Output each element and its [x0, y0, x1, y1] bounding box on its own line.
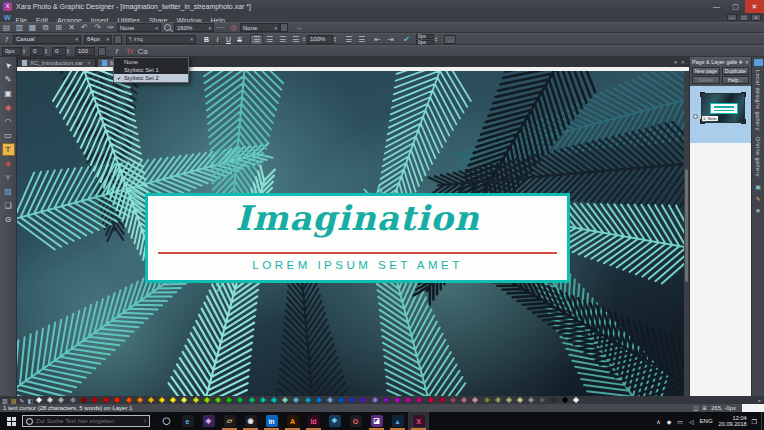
color-swatch[interactable] — [360, 397, 367, 404]
text-frame[interactable]: Imagination LOREM IPSUM SET AMET — [145, 193, 570, 283]
kerning-field[interactable]: 0 — [30, 47, 44, 56]
delete-button[interactable]: Delete — [692, 76, 720, 84]
color-swatch[interactable] — [237, 397, 244, 404]
defender-icon[interactable]: ◆ — [667, 418, 672, 425]
text-tool[interactable]: T — [2, 143, 15, 156]
color-swatch[interactable] — [405, 397, 412, 404]
new-page-button[interactable]: New page — [692, 67, 720, 75]
aspect-lock-button[interactable] — [98, 47, 106, 56]
app-indesign[interactable]: Id — [303, 412, 324, 430]
pen-tool[interactable]: ✎ — [2, 73, 15, 86]
color-swatch[interactable] — [528, 397, 535, 404]
app-photos[interactable]: ❖ — [324, 412, 345, 430]
color-swatch[interactable] — [327, 397, 334, 404]
tab-xc-introduction[interactable]: XC_Introduction.xar ✕ — [17, 58, 96, 67]
doc-minimize-button[interactable]: — — [727, 14, 737, 21]
align-right-button[interactable]: ☰ — [276, 35, 289, 44]
rectangle-tool[interactable]: ▭ — [2, 129, 15, 142]
shadow-tool[interactable]: ❏ — [2, 199, 15, 212]
color-swatch[interactable] — [226, 397, 233, 404]
color-swatch[interactable] — [204, 397, 211, 404]
color-swatch[interactable] — [550, 397, 557, 404]
new-document-icon[interactable]: ▤ — [0, 23, 13, 32]
bullet-list-icon[interactable]: ☰ — [342, 35, 355, 44]
selector-tool[interactable]: ➤ — [2, 59, 15, 72]
paste-icon[interactable]: ⊞ — [52, 23, 65, 32]
strikethrough-button[interactable]: S — [234, 36, 245, 43]
color-swatch[interactable] — [136, 397, 143, 404]
color-swatch[interactable] — [383, 397, 390, 404]
color-swatch[interactable] — [349, 397, 356, 404]
chevron-up-icon[interactable]: ∧ — [656, 418, 660, 425]
color-swatch[interactable] — [371, 397, 378, 404]
task-view[interactable]: ◯ — [156, 412, 177, 430]
heading-text[interactable]: Imagination — [148, 196, 567, 242]
copy-icon[interactable]: ⧉ — [39, 23, 52, 32]
taskbar-clock[interactable]: 12:0420.09.2018 — [719, 415, 747, 427]
duplicate-button[interactable]: Duplicate — [722, 67, 750, 75]
color-swatch[interactable] — [450, 397, 457, 404]
help-button[interactable]: Help... — [722, 76, 750, 84]
effects-tool[interactable]: ▨ — [2, 185, 15, 198]
color-swatch[interactable] — [438, 397, 445, 404]
ligatures-button[interactable]: f — [110, 47, 123, 56]
color-swatch[interactable] — [517, 397, 524, 404]
undo-icon[interactable]: ↶ — [78, 23, 91, 32]
save-icon[interactable]: ▦ — [26, 23, 39, 32]
zoom-tool[interactable]: ⊙ — [2, 213, 15, 226]
language-indicator[interactable]: ENG — [700, 418, 713, 424]
margin-fields[interactable]: 0px 0px — [416, 34, 434, 45]
app-acrobat[interactable]: ▲ — [387, 412, 408, 430]
line-width-dropdown[interactable]: None▾ — [240, 23, 280, 32]
bold-button[interactable]: B — [201, 36, 212, 43]
aspect-ratio-field[interactable]: 100 — [75, 47, 95, 56]
page-thumbnail[interactable]: 1. Seite — [701, 93, 745, 123]
color-swatch[interactable] — [573, 397, 580, 404]
color-swatch[interactable] — [159, 397, 166, 404]
tabbar-close-icon[interactable]: ✕ — [681, 59, 685, 65]
palette-scroll-icon[interactable]: ▸ — [758, 397, 761, 403]
app-opera[interactable]: O — [345, 412, 366, 430]
network-icon[interactable]: ▭ — [677, 418, 683, 425]
color-swatch[interactable] — [562, 397, 569, 404]
folder-icon[interactable] — [754, 59, 763, 66]
app-xara-photo[interactable]: X — [408, 412, 429, 430]
file-explorer[interactable]: ▱ — [219, 412, 240, 430]
color-swatch[interactable] — [539, 397, 546, 404]
font-name-dropdown[interactable]: Casual▾ — [13, 35, 81, 44]
transparency-tool[interactable]: Y — [2, 171, 15, 184]
app-illustrator[interactable]: A — [282, 412, 303, 430]
color-swatch[interactable] — [293, 397, 300, 404]
line-color-swatch[interactable] — [280, 23, 288, 32]
color-swatch[interactable] — [92, 397, 99, 404]
font-size-dropdown[interactable]: 64px▾ — [84, 35, 112, 44]
color-editor-icon[interactable]: ▨ — [11, 397, 17, 404]
line-style-icon[interactable]: ⋯ — [214, 23, 227, 32]
italic-button[interactable]: I — [212, 36, 223, 43]
color-swatch[interactable] — [170, 397, 177, 404]
color-swatch[interactable] — [338, 397, 345, 404]
color-swatch[interactable] — [416, 397, 423, 404]
spellcheck-icon[interactable]: ✔ — [400, 35, 413, 44]
small-caps-button[interactable]: Ca — [136, 47, 149, 56]
more-options-button[interactable]: … — [444, 35, 456, 44]
notification-icon[interactable]: ❐ — [752, 418, 757, 425]
search-input[interactable] — [36, 418, 144, 424]
current-color-icon[interactable]: ◧ — [27, 397, 33, 404]
maximize-button[interactable]: ▢ — [726, 0, 745, 13]
gallery-tab-online-gallery[interactable]: Online gallery — [755, 137, 761, 177]
line-spacing-field[interactable]: 100% — [307, 35, 333, 44]
align-center-button[interactable]: ☰ — [263, 35, 276, 44]
color-swatch[interactable] — [125, 397, 132, 404]
baseline-shift-field[interactable]: 0px — [2, 47, 22, 56]
doc-close-button[interactable]: ✕ — [751, 14, 761, 21]
color-swatch[interactable] — [315, 397, 322, 404]
erase-tool[interactable]: ◆ — [2, 101, 15, 114]
minimize-button[interactable]: — — [707, 0, 726, 13]
page-radio[interactable] — [693, 114, 698, 119]
taskbar-search[interactable]: ⁞ — [22, 415, 150, 427]
delete-icon[interactable]: ✕ — [65, 23, 78, 32]
color-swatch[interactable] — [114, 397, 121, 404]
open-folder-icon[interactable]: ▥ — [13, 23, 26, 32]
color-swatch[interactable] — [461, 397, 468, 404]
